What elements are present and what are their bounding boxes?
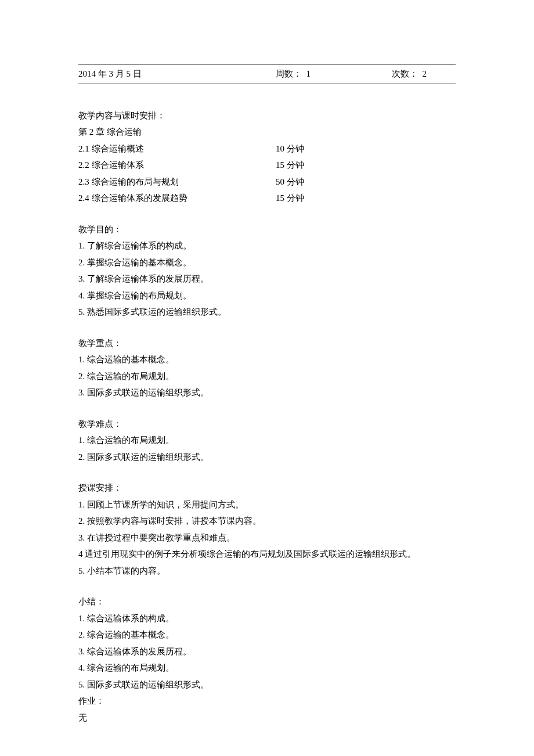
- objectives-item: 2. 掌握综合运输的基本概念。: [78, 254, 456, 271]
- summary-item: 5. 国际多式联运的运输组织形式。: [78, 676, 456, 693]
- schedule-item-label: 2.1 综合运输概述: [78, 141, 276, 157]
- section-schedule: 教学内容与课时安排： 第 2 章 综合运输 2.1 综合运输概述 10 分钟 2…: [78, 107, 456, 207]
- summary-item: 3. 综合运输体系的发展历程。: [78, 643, 456, 660]
- keypoints-item: 3. 国际多式联运的运输组织形式。: [78, 384, 456, 401]
- schedule-item: 2.2 综合运输体系 15 分钟: [78, 157, 456, 174]
- schedule-item-label: 2.3 综合运输的布局与规划: [78, 174, 276, 190]
- arrangement-item: 2. 按照教学内容与课时安排，讲授本节课内容。: [78, 513, 456, 530]
- schedule-item-time: 50 分钟: [276, 174, 456, 190]
- week-label: 周数：: [276, 69, 302, 78]
- arrangement-title: 授课安排：: [78, 480, 456, 496]
- header-week: 周数： 1: [276, 66, 392, 82]
- objectives-item: 5. 熟悉国际多式联运的运输组织形式。: [78, 304, 456, 321]
- count-value: 2: [423, 69, 427, 78]
- arrangement-item: 4 通过引用现实中的例子来分析项综合运输的布局规划及国际多式联运的运输组织形式。: [78, 546, 456, 563]
- homework-content: 无: [78, 710, 456, 726]
- schedule-item-label: 2.4 综合运输体系的发展趋势: [78, 190, 276, 207]
- objectives-title: 教学目的：: [78, 221, 456, 238]
- arrangement-item: 5. 小结本节课的内容。: [78, 563, 456, 579]
- arrangement-item: 3. 在讲授过程中要突出教学重点和难点。: [78, 530, 456, 546]
- schedule-item: 2.1 综合运输概述 10 分钟: [78, 141, 456, 157]
- difficulties-item: 1. 综合运输的布局规划。: [78, 432, 456, 449]
- schedule-item: 2.4 综合运输体系的发展趋势 15 分钟: [78, 190, 456, 207]
- summary-item: 4. 综合运输的布局规划。: [78, 660, 456, 676]
- keypoints-item: 1. 综合运输的基本概念。: [78, 351, 456, 368]
- schedule-chapter: 第 2 章 综合运输: [78, 124, 456, 141]
- section-arrangement: 授课安排： 1. 回顾上节课所学的知识，采用提问方式。 2. 按照教学内容与课时…: [78, 480, 456, 579]
- objectives-item: 3. 了解综合运输体系的发展历程。: [78, 271, 456, 287]
- summary-item: 2. 综合运输的基本概念。: [78, 627, 456, 643]
- homework-title: 作业：: [78, 693, 456, 710]
- schedule-item-time: 15 分钟: [276, 190, 456, 207]
- keypoints-title: 教学重点：: [78, 335, 456, 352]
- header-count: 次数： 2: [392, 66, 456, 82]
- header-date: 2014 年 3 月 5 日: [78, 66, 276, 82]
- schedule-item-time: 10 分钟: [276, 141, 456, 157]
- section-summary: 小结： 1. 综合运输体系的构成。 2. 综合运输的基本概念。 3. 综合运输体…: [78, 593, 456, 726]
- difficulties-title: 教学难点：: [78, 416, 456, 433]
- schedule-title: 教学内容与课时安排：: [78, 107, 456, 124]
- section-difficulties: 教学难点： 1. 综合运输的布局规划。 2. 国际多式联运的运输组织形式。: [78, 416, 456, 466]
- count-label: 次数：: [392, 69, 418, 78]
- summary-item: 1. 综合运输体系的构成。: [78, 610, 456, 627]
- objectives-item: 1. 了解综合运输体系的构成。: [78, 237, 456, 254]
- keypoints-item: 2. 综合运输的布局规划。: [78, 368, 456, 385]
- difficulties-item: 2. 国际多式联运的运输组织形式。: [78, 449, 456, 466]
- arrangement-item: 1. 回顾上节课所学的知识，采用提问方式。: [78, 496, 456, 513]
- header-row: 2014 年 3 月 5 日 周数： 1 次数： 2: [78, 64, 456, 84]
- schedule-item-label: 2.2 综合运输体系: [78, 157, 276, 174]
- section-keypoints: 教学重点： 1. 综合运输的基本概念。 2. 综合运输的布局规划。 3. 国际多…: [78, 335, 456, 401]
- objectives-item: 4. 掌握综合运输的布局规划。: [78, 287, 456, 304]
- summary-title: 小结：: [78, 593, 456, 610]
- section-objectives: 教学目的： 1. 了解综合运输体系的构成。 2. 掌握综合运输的基本概念。 3.…: [78, 221, 456, 321]
- schedule-item-time: 15 分钟: [276, 157, 456, 174]
- schedule-item: 2.3 综合运输的布局与规划 50 分钟: [78, 174, 456, 190]
- week-value: 1: [306, 69, 311, 78]
